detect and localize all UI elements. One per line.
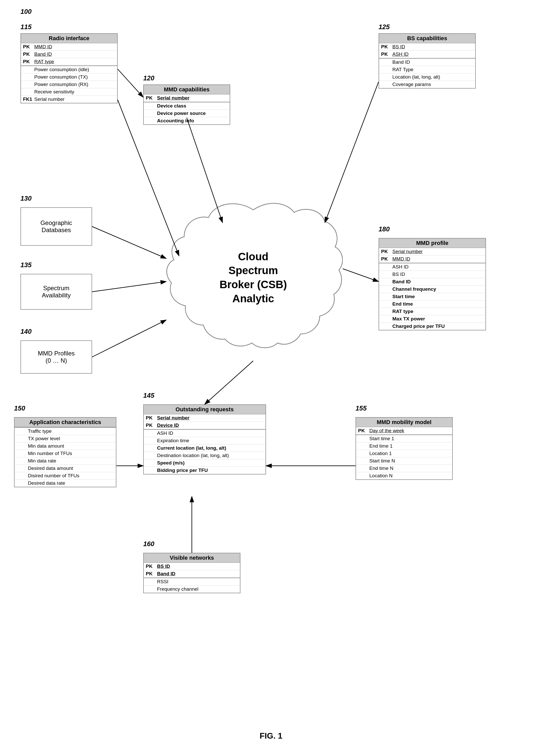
vn-row-3: RSSI [144, 578, 240, 586]
or-row-2: PK Device ID [144, 422, 266, 429]
mm-row-7: Location N [356, 472, 452, 479]
svg-line-6 [92, 320, 166, 357]
mmc-row-1: PK Serial number [144, 94, 230, 102]
mmd-profiles-box: MMD Profiles(0 … N) [20, 340, 92, 374]
mmc-row-4: Accounting info [144, 117, 230, 124]
label-140: 140 [20, 328, 31, 336]
label-180: 180 [378, 225, 389, 233]
vn-header: Visible networks [144, 553, 240, 563]
ac-row-2: TX power level [15, 435, 116, 442]
outstanding-req-box: Outstanding requests PK Serial number PK… [143, 404, 266, 474]
mmd-capabilities-box: MMD capabilities PK Serial number Device… [143, 84, 230, 125]
label-115: 115 [20, 23, 31, 31]
ac-row-3: Min data amount [15, 442, 116, 450]
mmd-prof-header: MMD profile [379, 239, 485, 248]
ac-row-8: Desired data rate [15, 480, 116, 487]
vn-row-4: Frequency channel [144, 586, 240, 593]
ri-row-8: FK1 Serial number [21, 96, 117, 103]
ac-header: Application characteristics [15, 418, 116, 427]
or-row-5: Current location (lat, long, alt) [144, 445, 266, 452]
label-145: 145 [143, 392, 154, 399]
or-row-6: Destination location (lat, long, alt) [144, 452, 266, 459]
mp-row-9: RAT type [379, 308, 485, 315]
mp-row-8: End time [379, 300, 485, 308]
or-row-4: Expiration time [144, 437, 266, 445]
ri-row-2: PK Band ID [21, 51, 117, 58]
visible-networks-box: Visible networks PK BS ID PK Band ID RSS… [143, 553, 241, 593]
svg-line-4 [92, 226, 166, 258]
arrows-overlay [0, 0, 542, 756]
bs-row-1: PK BS ID [379, 43, 475, 51]
mp-row-7: Start time [379, 293, 485, 300]
svg-line-7 [343, 269, 378, 282]
bs-row-4: RAT Type [379, 66, 475, 73]
mm-row-2: Start time 1 [356, 435, 452, 442]
label-160: 160 [143, 540, 154, 548]
label-130: 130 [20, 195, 31, 202]
ri-row-4: Power consumption (idle) [21, 66, 117, 73]
mmd-profile-box: MMD profile PK Serial number PK MMD ID A… [378, 238, 486, 330]
mm-row-4: Location 1 [356, 450, 452, 457]
mp-row-11: Charged price per TFU [379, 323, 485, 330]
geographic-db-box: GeographicDatabases [20, 207, 92, 246]
vn-row-2: PK Band ID [144, 570, 240, 578]
svg-line-5 [92, 282, 166, 292]
spectrum-avail-box: SpectrumAvailability [20, 274, 92, 310]
ac-row-7: Disired number of TFUs [15, 472, 116, 480]
ac-row-6: Desired data amount [15, 465, 116, 472]
figure-label: FIG. 1 [260, 731, 282, 741]
cloud-csb: CloudSpectrumBroker (CSB)Analytic [164, 195, 343, 361]
mm-row-5: Start time N [356, 457, 452, 465]
bs-row-2: PK ASH ID [379, 51, 475, 58]
mm-row-6: End time N [356, 465, 452, 472]
mp-row-10: Max TX power [379, 315, 485, 323]
label-155: 155 [355, 404, 366, 412]
mp-row-6: Channel frequency [379, 286, 485, 293]
mp-row-2: PK MMD ID [379, 255, 485, 263]
ac-row-1: Traffic type [15, 427, 116, 435]
or-header: Outstanding requests [144, 405, 266, 414]
ac-row-4: Min number of TFUs [15, 450, 116, 457]
bs-row-3: Band ID [379, 58, 475, 66]
mmc-row-2: Device class [144, 102, 230, 110]
bs-capabilities-box: BS capabilities PK BS ID PK ASH ID Band … [378, 33, 476, 89]
or-row-3: ASH ID [144, 429, 266, 437]
mp-row-5: Band ID [379, 278, 485, 286]
label-120: 120 [143, 74, 154, 82]
bs-row-5: Location (lat, long, alt) [379, 73, 475, 81]
mm-row-1: PK Day of the week [356, 427, 452, 435]
or-row-8: Bidding price per TFU [144, 467, 266, 474]
mp-row-3: ASH ID [379, 263, 485, 271]
mm-header: MMD mobility model [356, 418, 452, 427]
bs-cap-header: BS capabilities [379, 34, 475, 43]
or-row-1: PK Serial number [144, 414, 266, 422]
app-char-box: Application characteristics Traffic type… [14, 417, 116, 487]
vn-row-1: PK BS ID [144, 563, 240, 570]
cloud-text: CloudSpectrumBroker (CSB)Analytic [220, 250, 287, 306]
svg-line-12 [118, 69, 143, 97]
ri-row-5: Power consumption (TX) [21, 73, 117, 81]
mmc-row-3: Device power source [144, 110, 230, 117]
ac-row-5: Min data rate [15, 457, 116, 465]
diagram: 100 115 Radio interface PK MMD ID PK Ban… [0, 0, 542, 756]
ri-row-6: Power consumption (RX) [21, 81, 117, 88]
ri-row-7: Receive sensitivity [21, 88, 117, 96]
mp-row-4: BS ID [379, 271, 485, 278]
mmd-mobility-box: MMD mobility model PK Day of the week St… [355, 417, 453, 480]
or-row-7: Speed (m/s) [144, 459, 266, 467]
mp-row-1: PK Serial number [379, 248, 485, 255]
ri-row-1: PK MMD ID [21, 43, 117, 51]
label-135: 135 [20, 261, 31, 269]
label-100: 100 [20, 8, 31, 16]
label-125: 125 [378, 23, 389, 31]
ri-row-3: PK RAT type [21, 58, 117, 66]
svg-line-8 [205, 361, 253, 404]
label-150: 150 [14, 404, 25, 412]
radio-interface-header: Radio interface [21, 34, 117, 43]
mm-row-3: End time 1 [356, 442, 452, 450]
bs-row-6: Coverage params [379, 81, 475, 88]
radio-interface-box: Radio interface PK MMD ID PK Band ID PK … [20, 33, 118, 103]
mmd-cap-header: MMD capabilities [144, 85, 230, 94]
